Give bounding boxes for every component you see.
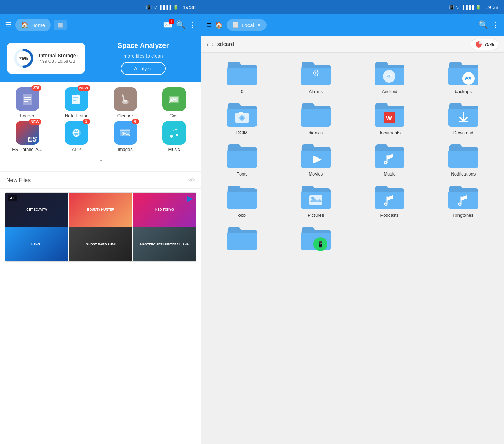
local-button[interactable]: ⬜ Local ✕ — [227, 19, 267, 31]
left-hamburger-icon[interactable]: ☰ — [5, 20, 12, 29]
folder-icon-wrap-pictures — [300, 182, 331, 210]
right-hamburger-icon[interactable]: ☰ — [206, 22, 211, 28]
home-button[interactable]: 🏠 Home — [15, 19, 51, 31]
folder-fonts[interactable]: Fonts — [207, 141, 277, 177]
analyzer-subtitle: more files to clean — [124, 53, 163, 59]
folder-documents[interactable]: W documents — [354, 100, 425, 135]
app-label-logger: Logger — [20, 113, 34, 118]
right-nav-bar: ☰ 🏠 ⬜ Local ✕ 🔍 ⋮ — [201, 14, 504, 36]
app-item-noteeditor[interactable]: NEW Note Editor — [52, 87, 100, 118]
left-nav-bar: ☰ 🏠 Home ⬜ ✉️ ! 🔍 ⋮ — [0, 14, 201, 36]
folder-download[interactable]: Download — [428, 100, 499, 135]
folder-extra1[interactable] — [207, 223, 277, 254]
app-icon-images — [114, 121, 137, 145]
svg-rect-17 — [74, 132, 79, 133]
folder-backups[interactable]: ES backups — [428, 58, 499, 94]
folder-music[interactable]: Music — [354, 141, 425, 177]
folder-dcim[interactable]: DCIM — [207, 100, 277, 135]
local-icon: ⬜ — [232, 22, 239, 28]
ad-play-button[interactable] — [186, 195, 193, 205]
folder-0[interactable]: 0 — [207, 58, 277, 94]
file-grid: 0 ⚙ Alarms ⚙ — [201, 53, 504, 444]
breadcrumb-sdcard[interactable]: sdcard — [217, 41, 234, 48]
right-more-button[interactable]: ⋮ — [492, 20, 499, 29]
folder-pictures[interactable]: Pictures — [281, 182, 351, 218]
right-status-bar: 📳 ▽ ▐▐▐▐ 🔋 19:38 — [201, 0, 504, 14]
app-label-music: Music — [168, 147, 180, 152]
pie-chart-icon — [475, 41, 482, 48]
app-item-logger[interactable]: 276 Logger — [3, 87, 51, 118]
app-icon-app — [65, 121, 88, 145]
svg-point-19 — [76, 135, 77, 136]
app-icon-wrap-app: 1 — [65, 121, 88, 145]
folder-svg-backups: ES — [448, 58, 479, 86]
folder-podcasts[interactable]: Podcasts — [354, 182, 425, 218]
folder-svg-podcasts — [374, 182, 405, 210]
right-search-button[interactable]: 🔍 — [479, 20, 488, 29]
donut-label: 75% — [19, 56, 28, 61]
storage-card[interactable]: 75% Internal Storage › 7.99 GB / 10.68 G… — [7, 43, 85, 74]
folder-android[interactable]: ⚙ Android — [354, 58, 425, 94]
svg-rect-10 — [73, 100, 76, 101]
folder-svg-documents: W — [374, 100, 405, 127]
folder-extra2[interactable]: 📱 — [281, 223, 351, 254]
tab-inactive[interactable]: ⬜ — [54, 20, 67, 30]
svg-rect-32 — [239, 112, 243, 114]
right-status-icons: 📳 ▽ ▐▐▐▐ 🔋 — [449, 5, 481, 10]
svg-marker-23 — [187, 196, 193, 202]
folder-label-music: Music — [384, 171, 395, 177]
folder-icon-wrap-download — [448, 100, 479, 127]
app-item-cast[interactable]: Cast — [150, 87, 198, 118]
folder-label-notifications: Notifications — [451, 171, 476, 177]
app-icon-logger — [16, 87, 39, 111]
folder-alarms[interactable]: ⚙ Alarms — [281, 58, 351, 94]
svg-text:📱: 📱 — [317, 241, 324, 248]
svg-rect-15 — [173, 103, 176, 103]
folder-icon-wrap-music — [374, 141, 405, 169]
folder-svg-movies — [300, 141, 331, 169]
badge-images: 6 — [132, 119, 139, 124]
breadcrumb-bar: / › sdcard 75% — [201, 36, 504, 53]
right-panel: 📳 ▽ ▐▐▐▐ 🔋 19:38 ☰ 🏠 ⬜ Local ✕ 🔍 ⋮ / › s… — [201, 0, 504, 444]
folder-movies[interactable]: Movies — [281, 141, 351, 177]
storage-title: Internal Storage › — [39, 53, 79, 58]
alarms-folder-icon: ⚙ — [312, 68, 320, 78]
storage-info: Internal Storage › 7.99 GB / 10.68 GB — [39, 53, 79, 64]
app-item-images[interactable]: 6 Images — [101, 121, 149, 152]
eye-icon[interactable]: 👁 — [188, 176, 195, 184]
app-icon-wrap-logger: 276 — [16, 87, 39, 111]
app-item-music[interactable]: Music — [150, 121, 198, 152]
expand-arrow[interactable]: ⌄ — [3, 152, 198, 166]
folder-dianxin[interactable]: dianxin — [281, 100, 351, 135]
app-icon-music — [162, 121, 186, 145]
app-item-cleaner[interactable]: Cleaner — [101, 87, 149, 118]
folder-svg-dcim — [226, 100, 258, 127]
folder-icon-wrap-notifications — [448, 141, 479, 169]
analyze-button[interactable]: Analyze — [121, 62, 166, 75]
folder-obb[interactable]: obb — [207, 182, 277, 218]
svg-rect-8 — [73, 97, 78, 98]
folder-icon-wrap-extra2: 📱 — [300, 223, 331, 251]
app-icon-esparallel: ES — [16, 121, 39, 145]
badge-app: 1 — [83, 119, 90, 124]
svg-point-31 — [241, 117, 243, 119]
home-nav-icon[interactable]: 🏠 — [215, 21, 223, 29]
folder-ringtones[interactable]: Ringtones — [428, 182, 499, 218]
more-button[interactable]: ⋮ — [189, 20, 196, 29]
folder-icon-wrap-android: ⚙ — [374, 58, 405, 86]
app-item-app[interactable]: 1 APP — [52, 121, 100, 152]
left-status-icons: 📳 ▽ ▐▐▐▐ 🔋 — [146, 5, 179, 10]
folder-notifications[interactable]: Notifications — [428, 141, 499, 177]
folder-icon-wrap-alarms: ⚙ — [300, 58, 331, 86]
left-status-bar: 📳 ▽ ▐▐▐▐ 🔋 19:38 — [0, 0, 201, 14]
breadcrumb-root[interactable]: / — [207, 41, 208, 48]
analyzer-title: Space Analyzer — [118, 42, 169, 50]
storage-badge-pct: 75% — [484, 42, 494, 47]
close-icon[interactable]: ✕ — [257, 22, 261, 28]
mail-badge: ! — [169, 19, 174, 24]
folder-icon-wrap-backups: ES — [448, 58, 479, 86]
search-button[interactable]: 🔍 — [176, 20, 185, 29]
app-item-esparallel[interactable]: ES NEW ES Parallel A... — [3, 121, 51, 152]
folder-icon-wrap-movies — [300, 141, 331, 169]
mail-button[interactable]: ✉️ ! — [163, 20, 173, 29]
